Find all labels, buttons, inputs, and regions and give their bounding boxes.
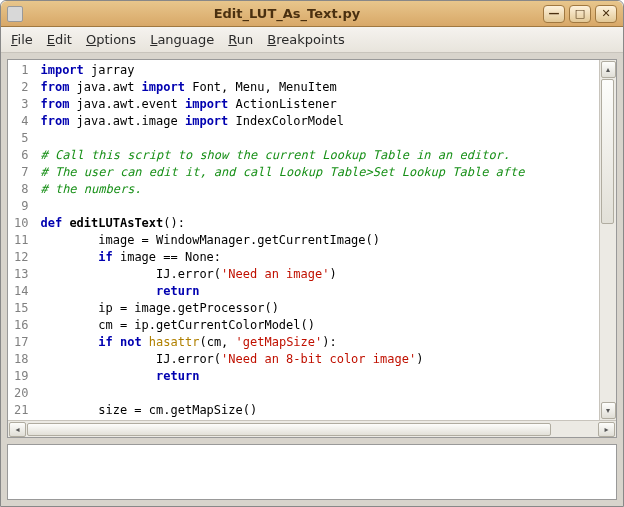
menu-edit[interactable]: Edit (47, 32, 72, 47)
window-buttons: — □ ✕ (543, 5, 617, 23)
horizontal-scroll-thumb[interactable] (27, 423, 551, 436)
app-icon (7, 6, 23, 22)
horizontal-scroll-track[interactable] (27, 422, 597, 437)
scroll-up-arrow-icon[interactable]: ▴ (601, 61, 616, 78)
line-number-gutter: 123456789101112131415161718192021 (8, 60, 36, 420)
scroll-down-arrow-icon[interactable]: ▾ (601, 402, 616, 419)
scroll-right-arrow-icon[interactable]: ▸ (598, 422, 615, 437)
minimize-button[interactable]: — (543, 5, 565, 23)
maximize-button[interactable]: □ (569, 5, 591, 23)
output-panel[interactable] (7, 444, 617, 500)
scroll-left-arrow-icon[interactable]: ◂ (9, 422, 26, 437)
menu-breakpoints[interactable]: Breakpoints (267, 32, 344, 47)
close-button[interactable]: ✕ (595, 5, 617, 23)
vertical-scroll-thumb[interactable] (601, 79, 614, 224)
menu-file[interactable]: File (11, 32, 33, 47)
menu-language[interactable]: Language (150, 32, 214, 47)
editor-frame: 123456789101112131415161718192021 import… (1, 53, 623, 506)
code-panel: 123456789101112131415161718192021 import… (7, 59, 617, 438)
menubar: File Edit Options Language Run Breakpoin… (1, 27, 623, 53)
code-scroll[interactable]: 123456789101112131415161718192021 import… (8, 60, 616, 420)
code-area[interactable]: import jarrayfrom java.awt import Font, … (36, 60, 616, 420)
menu-options[interactable]: Options (86, 32, 136, 47)
window-title: Edit_LUT_As_Text.py (31, 6, 543, 21)
horizontal-scrollbar[interactable]: ◂ ▸ (8, 420, 616, 437)
vertical-scroll-track[interactable] (600, 79, 616, 401)
vertical-scrollbar[interactable]: ▴ ▾ (599, 60, 616, 420)
menu-run[interactable]: Run (228, 32, 253, 47)
titlebar: Edit_LUT_As_Text.py — □ ✕ (1, 1, 623, 27)
